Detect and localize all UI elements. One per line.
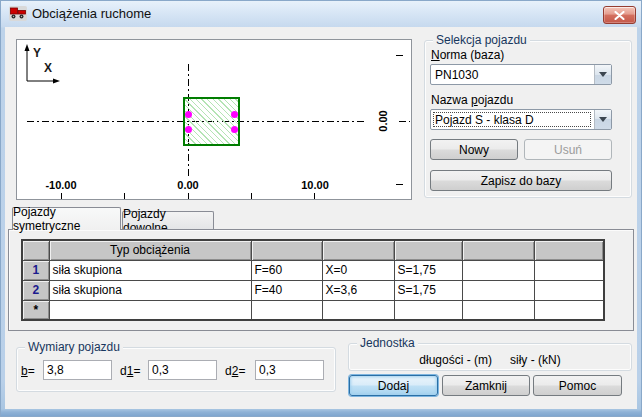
group-title: Selekcja pojazdu [433,33,530,47]
x-position-cell[interactable]: X=0 [322,260,394,280]
close-button[interactable] [603,6,636,24]
group-title: Wymiary pojazdu [25,340,123,354]
vehicle-outline-rect [183,97,240,146]
length-unit: długości - (m) [419,353,492,367]
table-row: 1 siła skupiona F=60 X=0 S=1,75 [22,260,604,280]
norma-dropdown[interactable]: PN1030 [430,64,612,85]
x-axis-centerline-end [399,121,410,122]
loads-table: Typ obciążenia 1 siła skupiona F=60 X=0 … [21,239,605,321]
chevron-down-icon[interactable] [594,65,611,84]
dialog-window: Obciążenia ruchome Y X [0,0,642,417]
empty-cell[interactable] [534,280,604,300]
spacing-cell[interactable]: S=1,75 [394,260,462,280]
axis-indicator: Y X [23,44,65,89]
x-tick-label: 0.00 [166,179,210,191]
norma-label: Norma (baza) [431,48,504,62]
d2-label: d2= [225,364,245,378]
table-header-row: Typ obciążenia [22,240,604,260]
vehicle-name-dropdown-value: Pojazd S - klasa D [431,113,594,127]
load-point [185,111,192,118]
unit-text: długości - (m)siły - (kN) [349,353,631,367]
column-header[interactable] [534,240,604,260]
x-position-cell[interactable]: X=3,6 [322,280,394,300]
window-title: Obciążenia ruchome [32,6,151,21]
table-row: 2 siła skupiona F=40 X=3,6 S=1,75 [22,280,604,300]
force-cell[interactable]: F=40 [251,280,322,300]
add-button[interactable]: Dodaj [349,375,438,396]
empty-cell[interactable] [322,300,394,320]
new-row-header[interactable]: * [22,300,49,320]
save-to-database-button[interactable]: Zapisz do bazy [430,170,612,191]
group-title: Jednostka [357,336,418,350]
x-tick [314,193,315,199]
load-type-cell[interactable]: siła skupiona [49,280,251,300]
force-cell[interactable]: F=60 [251,260,322,280]
new-button[interactable]: Nowy [430,139,518,160]
tab-label: Pojazdy symetryczne [13,205,120,233]
norma-dropdown-value: PN1030 [431,68,594,82]
tab-page: Typ obciążenia 1 siła skupiona F=60 X=0 … [8,229,634,331]
vehicle-preview-plot: Y X -10.00 0.00 10.00 0.00 [16,39,412,200]
tab-free-vehicles[interactable]: Pojazdy dowolne [122,211,214,230]
corner-header-cell[interactable] [22,240,49,260]
title-bar[interactable]: Obciążenia ruchome [0,0,642,27]
empty-cell[interactable] [394,300,462,320]
b-field[interactable] [43,360,112,380]
row-header[interactable]: 1 [22,260,49,280]
empty-cell[interactable] [534,260,604,280]
empty-cell[interactable] [534,300,604,320]
x-tick [251,193,252,199]
table-new-row: * [22,300,604,320]
d1-field[interactable] [148,360,217,380]
b-label: b= [21,364,35,378]
load-point [185,126,192,133]
y-tick-label: 0.00 [377,107,389,135]
y-axis-label: Y [33,46,41,60]
load-type-header[interactable]: Typ obciążenia [49,240,251,260]
tab-symmetric-vehicles[interactable]: Pojazdy symetryczne [12,207,121,230]
empty-cell[interactable] [251,300,322,320]
force-unit: siły - (kN) [510,353,561,367]
x-tick [188,193,189,199]
load-type-cell[interactable] [49,300,251,320]
nazwa-label: Nazwa pojazdu [431,93,513,107]
empty-cell[interactable] [462,260,534,280]
x-tick-label: 10.00 [293,179,337,191]
vehicle-name-dropdown[interactable]: Pojazd S - klasa D [430,109,612,130]
load-point [231,111,238,118]
x-tick [124,193,125,199]
load-point [231,126,238,133]
help-button[interactable]: Pomoc [533,375,622,396]
close-dialog-button[interactable]: Zamknij [442,375,530,396]
chevron-down-icon[interactable] [594,110,611,129]
row-header[interactable]: 2 [22,280,49,300]
column-header[interactable] [394,240,462,260]
d1-label: d1= [120,364,140,378]
empty-cell[interactable] [462,300,534,320]
load-type-cell[interactable]: siła skupiona [49,260,251,280]
y-tick [396,55,403,56]
truck-icon [9,6,27,21]
delete-button[interactable]: Usuń [524,139,612,160]
d2-field[interactable] [255,360,324,380]
column-header[interactable] [322,240,394,260]
x-axis-label: X [44,61,52,75]
x-tick [61,193,62,199]
x-tick-label: -10.00 [39,179,83,191]
column-header[interactable] [462,240,534,260]
spacing-cell[interactable]: S=1,75 [394,280,462,300]
empty-cell[interactable] [462,280,534,300]
y-tick [396,184,403,185]
unit-group: Jednostka długości - (m)siły - (kN) [348,343,632,371]
column-header[interactable] [251,240,322,260]
